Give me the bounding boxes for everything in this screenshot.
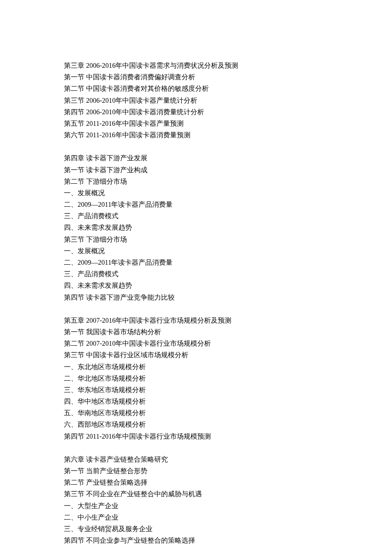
chapter-4-section-3: 第三节 下游细分市场 [64, 234, 328, 245]
chapter-6-section-3: 第三节 不同企业在产业链整合中的威胁与机遇 [64, 488, 328, 500]
chapter-4-section-3-item-1: 一、发展概况 [64, 245, 328, 257]
chapter-3-section-1: 第一节 中国读卡器消费者消费偏好调查分析 [64, 71, 328, 83]
chapter-4-section-4: 第四节 读卡器下游产业竞争能力比较 [64, 292, 328, 303]
chapter-4-section-2-item-1: 一、发展概况 [64, 187, 328, 199]
section-spacer [64, 141, 328, 152]
chapter-4-section-2-item-2: 二、2009—2011年读卡器产品消费量 [64, 199, 328, 210]
chapter-6-section-3-item-2: 二、中小生产企业 [64, 512, 328, 523]
chapter-3-section-4: 第四节 2006-2010年中国读卡器消费量统计分析 [64, 106, 328, 118]
chapter-6-section-3-item-1: 一、大型生产企业 [64, 500, 328, 512]
chapter-4-section-1: 第一节 读卡器下游产业构成 [64, 164, 328, 176]
chapter-4-section-3-item-3: 三、产品消费模式 [64, 268, 328, 280]
chapter-4-section-2: 第二节 下游细分市场 [64, 176, 328, 187]
chapter-4-section-2-item-3: 三、产品消费模式 [64, 210, 328, 222]
chapter-3-section-3: 第三节 2006-2010年中国读卡器产量统计分析 [64, 95, 328, 106]
chapter-5-section-3-item-2: 二、华北地区市场规模分析 [64, 373, 328, 384]
chapter-6-section-1: 第一节 当前产业链整合形势 [64, 465, 328, 477]
chapter-6-section-2: 第二节 产业链整合策略选择 [64, 477, 328, 488]
section-spacer [64, 303, 328, 315]
chapter-5-section-3-item-6: 六、西部地区市场规模分析 [64, 419, 328, 430]
chapter-4-title: 第四章 读卡器下游产业发展 [64, 152, 328, 164]
chapter-6-section-4: 第四节 不同企业参与产业链整合的策略选择 [64, 535, 328, 546]
chapter-4-section-2-item-4: 四、未来需求发展趋势 [64, 222, 328, 233]
section-spacer [64, 442, 328, 454]
chapter-4-section-3-item-2: 二、2009—2011年读卡器产品消费量 [64, 257, 328, 268]
chapter-3-section-2: 第二节 中国读卡器消费者对其价格的敏感度分析 [64, 83, 328, 94]
chapter-5-title: 第五章 2007-2016年中国读卡器行业市场规模分析及预测 [64, 315, 328, 326]
chapter-5-section-3-item-3: 三、华东地区市场规模分析 [64, 384, 328, 396]
chapter-6-title: 第六章 读卡器产业链整合策略研究 [64, 454, 328, 465]
chapter-3-section-6: 第六节 2011-2016年中国读卡器消费量预测 [64, 129, 328, 141]
chapter-5-section-3-item-4: 四、华中地区市场规模分析 [64, 396, 328, 407]
chapter-5-section-3-item-5: 五、华南地区市场规模分析 [64, 407, 328, 419]
chapter-5-section-3: 第三节 中国读卡器行业区域市场规模分析 [64, 349, 328, 361]
chapter-5-section-3-item-1: 一、东北地区市场规模分析 [64, 361, 328, 373]
chapter-4-section-3-item-4: 四、未来需求发展趋势 [64, 280, 328, 291]
chapter-3-section-5: 第五节 2011-2016年中国读卡器产量预测 [64, 118, 328, 129]
chapter-5-section-1: 第一节 我国读卡器市场结构分析 [64, 326, 328, 338]
chapter-6-section-3-item-3: 三、专业经销贸易及服务企业 [64, 523, 328, 535]
chapter-3-title: 第三章 2006-2016年中国读卡器需求与消费状况分析及预测 [64, 60, 328, 71]
chapter-5-section-4: 第四节 2011-2016年中国读卡器行业市场规模预测 [64, 431, 328, 442]
chapter-5-section-2: 第二节 2007-2010年中国读卡器行业市场规模分析 [64, 338, 328, 349]
